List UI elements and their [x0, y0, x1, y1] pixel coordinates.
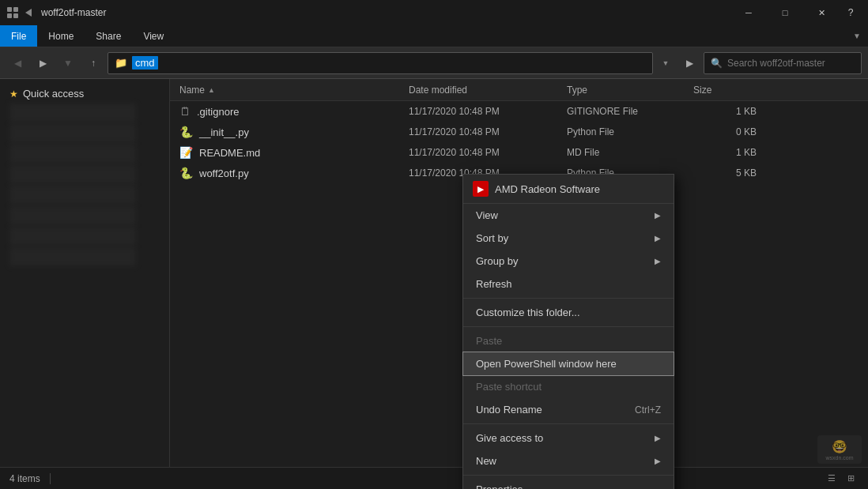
- sidebar: ★ Quick access: [0, 79, 170, 467]
- ctx-new-arrow: ▶: [655, 457, 661, 465]
- ctx-undo-rename-label: Undo Rename: [476, 404, 542, 416]
- sidebar-blur-7: [9, 227, 136, 246]
- nav-bar: ◀ ▶ ▼ ↑ 📁 cmd ▼ ▶ 🔍 Search woff2otf-mast…: [0, 47, 868, 79]
- ctx-paste-shortcut-label: Paste shortcut: [476, 381, 542, 393]
- watermark-badge: 🤓 wsxdn.com: [817, 435, 862, 464]
- ctx-powershell-label: Open PowerShell window here: [476, 358, 617, 370]
- svg-rect-2: [7, 13, 12, 18]
- tab-home[interactable]: Home: [37, 25, 85, 47]
- forward-button[interactable]: ▶: [32, 52, 54, 74]
- ctx-item-view[interactable]: View ▶: [463, 204, 674, 227]
- ctx-item-group-by[interactable]: Group by ▶: [463, 250, 674, 273]
- window-title: woff2otf-master: [41, 7, 724, 18]
- address-bar[interactable]: 📁 cmd: [108, 52, 653, 74]
- help-button[interactable]: ?: [840, 0, 862, 25]
- ctx-item-powershell[interactable]: Open PowerShell window here: [463, 352, 674, 375]
- ctx-separator-4: [463, 475, 674, 476]
- table-row[interactable]: 🗒 .gitignore 11/17/2020 10:48 PM GITIGNO…: [170, 101, 868, 122]
- recent-locations-button[interactable]: ▼: [57, 52, 79, 74]
- file-date: 11/17/2020 10:48 PM: [409, 147, 567, 158]
- column-name[interactable]: Name ▲: [179, 85, 409, 96]
- sort-arrow-icon: ▲: [208, 86, 215, 94]
- main-area: ★ Quick access Name ▲ Date modified Type…: [0, 79, 868, 467]
- ctx-item-properties[interactable]: Properties: [463, 478, 674, 489]
- ctx-view-label: View: [476, 209, 498, 221]
- column-date[interactable]: Date modified: [409, 85, 567, 96]
- nav-forward2-button[interactable]: ▶: [678, 52, 700, 74]
- maximize-button[interactable]: □: [767, 0, 803, 25]
- ribbon-expand-icon[interactable]: ▼: [846, 25, 868, 47]
- file-type: Python File: [567, 126, 693, 137]
- sidebar-blur-2: [9, 124, 136, 143]
- ctx-group-label: Group by: [476, 255, 518, 267]
- ctx-item-undo-rename[interactable]: Undo Rename Ctrl+Z: [463, 398, 674, 421]
- ctx-separator-2: [463, 326, 674, 327]
- file-type: MD File: [567, 147, 693, 158]
- sidebar-blur-8: [9, 247, 136, 266]
- status-items-count: 4 items: [9, 473, 40, 484]
- title-bar: woff2otf-master ─ □ ✕ ?: [0, 0, 868, 25]
- ctx-item-paste: Paste: [463, 329, 674, 352]
- sidebar-blur-4: [9, 165, 136, 184]
- search-placeholder: Search woff2otf-master: [727, 58, 825, 69]
- address-dropdown-button[interactable]: ▼: [656, 52, 675, 74]
- ctx-item-sort-by[interactable]: Sort by ▶: [463, 227, 674, 250]
- file-name-cell: 🐍 __init__.py: [179, 126, 409, 138]
- tab-file[interactable]: File: [0, 25, 37, 47]
- sidebar-item-quick-access[interactable]: ★ Quick access: [0, 85, 169, 102]
- file-name-cell: 🗒 .gitignore: [179, 105, 409, 118]
- quick-access-label: Quick access: [23, 88, 84, 100]
- ctx-item-customize[interactable]: Customize this folder...: [463, 301, 674, 324]
- ctx-sort-arrow: ▶: [655, 234, 661, 243]
- address-bar-text[interactable]: cmd: [132, 56, 158, 70]
- up-button[interactable]: ↑: [82, 52, 104, 74]
- file-date: 11/17/2020 10:48 PM: [409, 126, 567, 137]
- minimize-button[interactable]: ─: [730, 0, 767, 25]
- file-date: 11/17/2020 10:48 PM: [409, 106, 567, 117]
- ctx-item-refresh[interactable]: Refresh: [463, 273, 674, 295]
- search-box[interactable]: 🔍 Search woff2otf-master: [704, 52, 862, 74]
- file-icon-python2: 🐍: [179, 167, 193, 179]
- ctx-separator-1: [463, 298, 674, 299]
- title-bar-icons: [6, 6, 35, 19]
- ctx-item-new[interactable]: New ▶: [463, 450, 674, 472]
- window-controls[interactable]: ─ □ ✕ ?: [730, 0, 862, 25]
- amd-label: AMD Radeon Software: [495, 183, 600, 195]
- star-icon: ★: [9, 88, 18, 100]
- file-name: README.md: [199, 147, 260, 159]
- watermark-face-icon: 🤓: [832, 439, 847, 454]
- ctx-undo-rename-shortcut: Ctrl+Z: [635, 404, 661, 416]
- file-name-cell: 🐍 woff2otf.py: [179, 167, 409, 179]
- sidebar-blur-3: [9, 145, 136, 164]
- file-name: woff2otf.py: [199, 167, 249, 179]
- back-button[interactable]: ◀: [6, 52, 28, 74]
- search-icon: 🔍: [711, 58, 723, 69]
- status-separator: [50, 473, 51, 484]
- amd-icon: ▶: [473, 181, 489, 197]
- ribbon-tabs: File Home Share View ▼: [0, 25, 868, 47]
- file-name-cell: 📝 README.md: [179, 146, 409, 159]
- tiles-view-icon[interactable]: ⊞: [843, 471, 859, 487]
- file-size: 5 KB: [693, 167, 757, 179]
- ctx-view-arrow: ▶: [655, 211, 661, 220]
- context-menu: ▶ AMD Radeon Software View ▶ Sort by ▶ G…: [462, 174, 674, 489]
- ctx-sort-label: Sort by: [476, 232, 508, 244]
- tab-view[interactable]: View: [132, 25, 175, 47]
- column-size[interactable]: Size: [693, 85, 757, 96]
- file-icon-python: 🐍: [179, 126, 193, 138]
- ctx-group-arrow: ▶: [655, 257, 661, 265]
- address-folder-icon: 📁: [115, 57, 127, 69]
- ctx-separator-3: [463, 423, 674, 424]
- table-row[interactable]: 📝 README.md 11/17/2020 10:48 PM MD File …: [170, 142, 868, 163]
- details-view-icon[interactable]: ☰: [824, 471, 840, 487]
- status-view-controls: ☰ ⊞: [824, 471, 859, 487]
- ctx-item-paste-shortcut: Paste shortcut: [463, 375, 674, 398]
- table-row[interactable]: 🐍 __init__.py 11/17/2020 10:48 PM Python…: [170, 122, 868, 142]
- close-button[interactable]: ✕: [803, 0, 840, 25]
- ctx-give-access-arrow: ▶: [655, 434, 661, 442]
- tab-share[interactable]: Share: [85, 25, 132, 47]
- column-type[interactable]: Type: [567, 85, 693, 96]
- context-menu-header: ▶ AMD Radeon Software: [463, 175, 674, 204]
- ctx-item-give-access[interactable]: Give access to ▶: [463, 427, 674, 450]
- file-name: __init__.py: [199, 126, 249, 138]
